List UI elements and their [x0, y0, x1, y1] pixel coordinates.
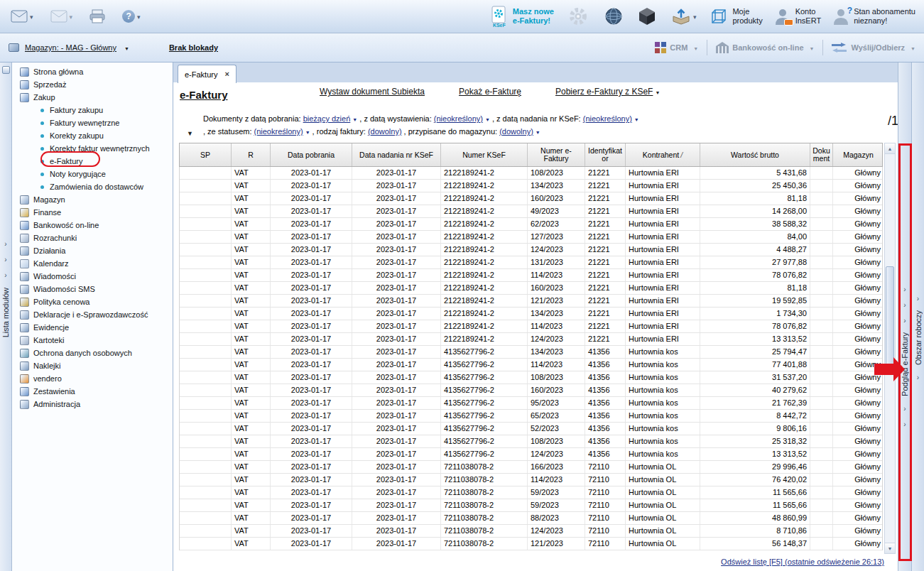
column-header-4[interactable]: Numer KSeF	[441, 143, 528, 166]
online-banking-button[interactable]: Bankowość on-line	[716, 43, 814, 53]
table-row[interactable]: VAT2023-01-172023-01-172122189241-2124/2…	[180, 333, 882, 346]
table-row[interactable]: VAT2023-01-172023-01-177211038078-259/20…	[180, 486, 882, 499]
table-row[interactable]: VAT2023-01-172023-01-172122189241-2114/2…	[180, 320, 882, 333]
column-header-0[interactable]: SP	[180, 143, 232, 166]
table-row[interactable]: VAT2023-01-172023-01-172122189241-2127/2…	[180, 231, 882, 244]
modules-strip[interactable]: Lista modułów	[0, 62, 12, 571]
table-row[interactable]: VAT2023-01-172023-01-177211038078-288/20…	[180, 512, 882, 525]
sidebar-item-e-faktury[interactable]: e-Faktury	[12, 155, 173, 168]
column-header-6[interactable]: Identyfikator	[585, 143, 626, 166]
sidebar-item-zamowienia-do-dostawcow[interactable]: Zamówienia do dostawców	[12, 180, 173, 193]
table-row[interactable]: VAT2023-01-172023-01-174135627796-2108/2…	[180, 371, 882, 384]
sidebar-item-vendero[interactable]: vendero	[12, 372, 173, 385]
ksef-notification-button[interactable]: KSeF Masz nowe e-Faktury!	[490, 6, 554, 28]
column-header-5[interactable]: Numer e-Faktury	[528, 143, 585, 166]
action-link[interactable]: Pobierz e-Faktury z KSeF	[555, 87, 660, 97]
table-row[interactable]: VAT2023-01-172023-01-172122189241-2114/2…	[180, 269, 882, 282]
table-row[interactable]: VAT2023-01-172023-01-177211038078-2121/2…	[180, 538, 882, 550]
table-row[interactable]: VAT2023-01-172023-01-177211038078-259/20…	[180, 499, 882, 512]
column-header-3[interactable]: Data nadania nr KSeF	[352, 143, 441, 166]
forward-document-button[interactable]	[48, 9, 75, 24]
sidebar-item-bankowosc-on-line[interactable]: Bankowość on-line	[12, 219, 173, 232]
filter-value-link[interactable]: (dowolny)	[499, 127, 540, 136]
my-products-button[interactable]: Moje produkty	[710, 7, 762, 26]
filter-value-link[interactable]: (nieokreślony)	[254, 127, 310, 136]
filter-value-link[interactable]: (nieokreślony)	[583, 114, 639, 123]
table-row[interactable]: VAT2023-01-172023-01-172122189241-262/20…	[180, 218, 882, 231]
sidebar-item-dzialania[interactable]: Działania	[12, 244, 173, 257]
filter-value-link[interactable]: (dowolny)	[368, 127, 402, 136]
panel-tab-podglad-e-faktury[interactable]: Podgląd e-Faktury	[898, 62, 911, 571]
sidebar-item-faktury-zakupu[interactable]: Faktury zakupu	[12, 104, 173, 116]
table-row[interactable]: VAT2023-01-172023-01-172122189241-2160/2…	[180, 192, 882, 205]
action-link[interactable]: Pokaż e-Fakturę	[459, 87, 521, 97]
modules-button[interactable]	[636, 6, 658, 27]
table-row[interactable]: VAT2023-01-172023-01-174135627796-2160/2…	[180, 384, 882, 397]
table-row[interactable]: VAT2023-01-172023-01-172122189241-2160/2…	[180, 282, 882, 295]
table-row[interactable]: VAT2023-01-172023-01-172122189241-2131/2…	[180, 256, 882, 269]
warehouse-selector[interactable]: Magazyn: - MAG - Główny	[25, 43, 116, 52]
table-row[interactable]: VAT2023-01-172023-01-177211038078-2114/2…	[180, 474, 882, 486]
table-row[interactable]: VAT2023-01-172023-01-174135627796-2108/2…	[180, 435, 882, 448]
sidebar-item-magazyn[interactable]: Magazyn	[12, 193, 173, 206]
action-link[interactable]: Wystaw dokument Subiekta	[320, 87, 425, 97]
pin-panel-icon[interactable]	[2, 66, 10, 74]
sidebar-item-polityka-cenowa[interactable]: Polityka cenowa	[12, 295, 173, 308]
export-button[interactable]	[669, 6, 699, 27]
table-row[interactable]: VAT2023-01-172023-01-172122189241-2134/2…	[180, 180, 882, 192]
scroll-up-button[interactable]: ▲	[885, 143, 895, 154]
sidebar-item-strona-glowna[interactable]: Strona główna	[12, 65, 173, 78]
help-button[interactable]	[120, 9, 143, 24]
scroll-down-button[interactable]: ▼	[885, 543, 895, 553]
table-row[interactable]: VAT2023-01-172023-01-172122189241-2108/2…	[180, 167, 882, 180]
table-row[interactable]: VAT2023-01-172023-01-174135627796-2134/2…	[180, 346, 882, 359]
filter-value-link[interactable]: (nieokreślony)	[434, 114, 490, 123]
sidebar-item-sprzedaz[interactable]: Sprzedaż	[12, 78, 173, 91]
table-row[interactable]: VAT2023-01-172023-01-177211038078-2166/2…	[180, 461, 882, 474]
table-row[interactable]: VAT2023-01-172023-01-177211038078-2124/2…	[180, 525, 882, 538]
sidebar-item-ochrona-danych[interactable]: Ochrona danych osobowych	[12, 347, 173, 359]
column-header-9[interactable]: Dokument	[810, 143, 833, 166]
sidebar-item-zakup[interactable]: Zakup	[12, 91, 173, 104]
sidebar-item-faktury-wewnetrzne[interactable]: Faktury wewnętrzne	[12, 116, 173, 129]
table-row[interactable]: VAT2023-01-172023-01-172122189241-2121/2…	[180, 295, 882, 308]
table-row[interactable]: VAT2023-01-172023-01-172122189241-2134/2…	[180, 308, 882, 320]
sidebar-item-korekty-zakupu[interactable]: Korekty zakupu	[12, 129, 173, 142]
sidebar-item-finanse[interactable]: Finanse	[12, 206, 173, 219]
print-button[interactable]	[87, 8, 107, 25]
sidebar-item-noty-korygujace[interactable]: Noty korygujące	[12, 168, 173, 180]
sidebar-item-wiadomosci[interactable]: Wiadomości	[12, 270, 173, 283]
table-row[interactable]: VAT2023-01-172023-01-174135627796-2124/2…	[180, 448, 882, 461]
scrollbar-thumb[interactable]	[886, 266, 894, 370]
sidebar-item-deklaracje[interactable]: Deklaracje i e-Sprawozdawczość	[12, 308, 173, 321]
send-document-button[interactable]	[9, 9, 36, 24]
insert-account-button[interactable]: Konto InsERT	[774, 7, 821, 26]
table-row[interactable]: VAT2023-01-172023-01-174135627796-265/20…	[180, 410, 882, 423]
table-row[interactable]: VAT2023-01-172023-01-174135627796-252/20…	[180, 423, 882, 435]
subscription-status-button[interactable]: Stan abonamentu nieznany!	[832, 7, 915, 26]
table-row[interactable]: VAT2023-01-172023-01-172122189241-2124/2…	[180, 244, 882, 256]
filter-expander-icon[interactable]	[187, 129, 193, 137]
settings-button[interactable]	[565, 4, 591, 28]
crm-button[interactable]: CRM	[655, 42, 698, 53]
sidebar-item-korekty-faktur-wewnetrznych[interactable]: Korekty faktur wewnętrznych	[12, 142, 173, 155]
column-header-10[interactable]: Magazyn	[833, 143, 884, 166]
column-header-2[interactable]: Data pobrania	[271, 143, 352, 166]
table-row[interactable]: VAT2023-01-172023-01-174135627796-295/20…	[180, 397, 882, 410]
tab-e-faktury[interactable]: e-Faktury	[178, 65, 237, 83]
sidebar-item-ewidencje[interactable]: Ewidencje	[12, 321, 173, 334]
sidebar-item-wiadomosci-sms[interactable]: Wiadomości SMS	[12, 283, 173, 295]
panel-tab-obszar-roboczy[interactable]: Obszar roboczy	[911, 62, 924, 571]
column-header-1[interactable]: R	[232, 143, 271, 166]
close-icon[interactable]	[224, 70, 229, 78]
table-row[interactable]: VAT2023-01-172023-01-174135627796-2114/2…	[180, 359, 882, 371]
sidebar-item-administracja[interactable]: Administracja	[12, 398, 173, 410]
sidebar-item-zestawienia[interactable]: Zestawienia	[12, 385, 173, 398]
online-services-button[interactable]	[602, 6, 625, 27]
refresh-list-link[interactable]: Odśwież listę [F5] (ostatnie odświeżenie…	[721, 558, 884, 566]
lock-status-link[interactable]: Brak blokady	[169, 43, 218, 52]
sidebar-item-kartoteki[interactable]: Kartoteki	[12, 334, 173, 347]
column-header-7[interactable]: Kontrahent	[626, 143, 700, 166]
vertical-scrollbar[interactable]: ▲ ▼	[884, 143, 896, 554]
table-row[interactable]: VAT2023-01-172023-01-172122189241-249/20…	[180, 205, 882, 218]
